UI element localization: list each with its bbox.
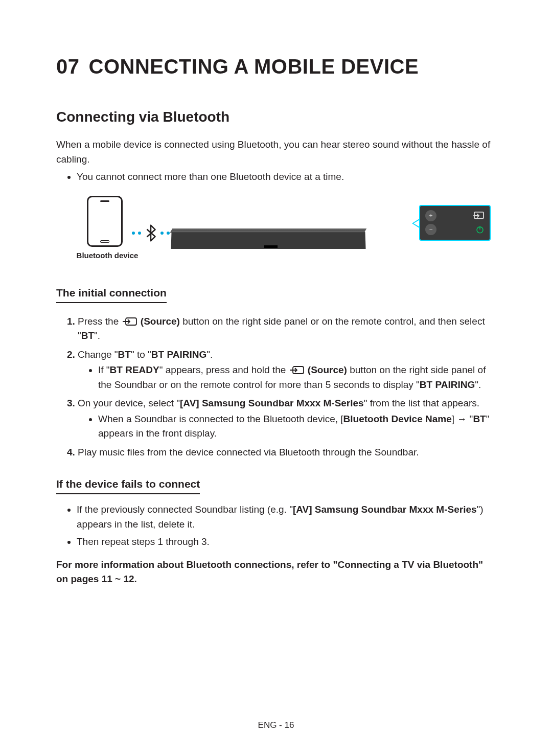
- source-icon: [123, 317, 137, 326]
- soundbar-icon: [171, 232, 365, 249]
- step-3-sub: When a Soundbar is connected to the Blue…: [98, 412, 496, 441]
- chapter-title-text: CONNECTING A MOBILE DEVICE: [89, 55, 419, 78]
- source-input-icon: [473, 211, 485, 220]
- bluetooth-signal: [132, 224, 170, 242]
- initial-connection-heading: The initial connection: [56, 287, 167, 303]
- intro-text: When a mobile device is connected using …: [56, 138, 496, 167]
- fail-bullet-1: If the previously connected Soundbar lis…: [77, 502, 496, 532]
- volume-up-icon: +: [425, 210, 436, 221]
- phone-label: Bluetooth device: [69, 251, 146, 260]
- source-icon: [290, 366, 304, 374]
- step-3: On your device, select "[AV] Samsung Sou…: [78, 396, 496, 441]
- page-footer: ENG - 16: [0, 720, 552, 730]
- bluetooth-icon: [145, 224, 156, 242]
- fail-heading: If the device fails to connect: [56, 478, 200, 494]
- phone-icon: [87, 196, 123, 247]
- connection-diagram: Bluetooth device + −: [72, 196, 511, 267]
- fail-bullet-2: Then repeat steps 1 through 3.: [77, 535, 496, 549]
- step-2: Change "BT" to "BT PAIRING". If "BT READ…: [78, 348, 496, 393]
- step-2-sub: If "BT READY" appears, press and hold th…: [98, 363, 496, 392]
- control-panel-icon: + −: [419, 205, 491, 241]
- intro-bullet: You cannot connect more than one Bluetoo…: [77, 170, 496, 185]
- initial-steps: Press the (Source) button on the right s…: [56, 314, 496, 460]
- manual-page: 07CONNECTING A MOBILE DEVICE Connecting …: [0, 0, 552, 756]
- power-icon: [475, 225, 485, 234]
- chapter-number: 07: [56, 55, 80, 78]
- more-info-text: For more information about Bluetooth con…: [56, 558, 496, 587]
- step-1: Press the (Source) button on the right s…: [78, 314, 496, 343]
- volume-down-icon: −: [425, 224, 436, 235]
- section-title: Connecting via Bluetooth: [56, 109, 496, 125]
- step-4: Play music files from the device connect…: [78, 445, 496, 460]
- chapter-title: 07CONNECTING A MOBILE DEVICE: [56, 55, 496, 78]
